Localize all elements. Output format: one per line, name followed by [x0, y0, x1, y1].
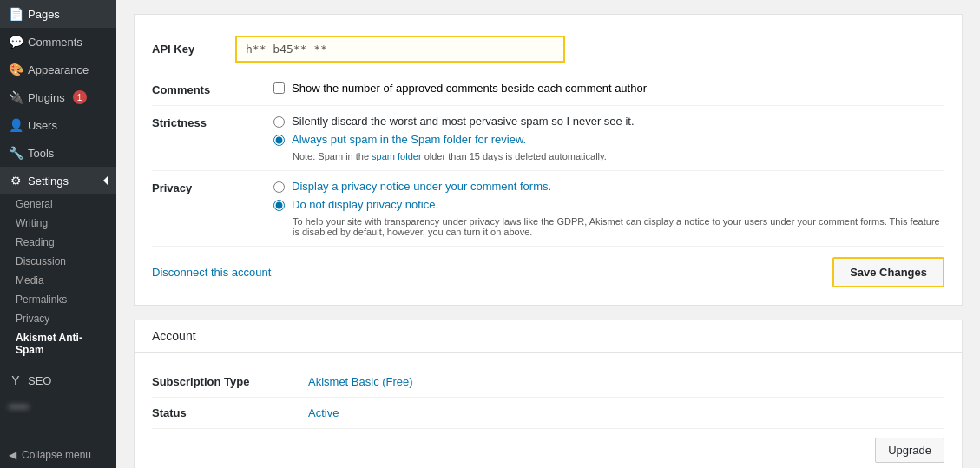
privacy-radio1[interactable]	[273, 181, 285, 193]
strictness-option1: Silently discard the worst and most perv…	[273, 115, 944, 128]
users-icon: 👤	[9, 118, 23, 132]
privacy-option1: Display a privacy notice under your comm…	[273, 180, 944, 193]
comments-checkbox-option: Show the number of approved comments bes…	[273, 82, 944, 95]
sidebar-sub-privacy[interactable]: Privacy	[0, 309, 116, 328]
privacy-sub-note: To help your site with transparency unde…	[293, 216, 944, 237]
seo-icon: Y	[9, 373, 23, 387]
main-content: API Key Comments Show the number of appr…	[116, 0, 980, 468]
comments-icon: 💬	[9, 35, 23, 49]
strictness-row: Strictness Silently discard the worst an…	[152, 106, 944, 171]
privacy-option2: Do not display privacy notice.	[273, 198, 944, 211]
privacy-label: Privacy	[152, 180, 273, 194]
status-row: Status Active	[152, 398, 944, 429]
settings-icon: ⚙	[9, 174, 23, 188]
sidebar-sub-akismet[interactable]: Akismet Anti-Spam	[0, 328, 116, 359]
sidebar-item-tools[interactable]: 🔧 Tools	[0, 139, 116, 167]
comments-content: Show the number of approved comments bes…	[273, 82, 944, 95]
collapse-menu-button[interactable]: ◀ Collapse menu	[0, 442, 116, 468]
sidebar-item-pages[interactable]: 📄 Pages	[0, 0, 116, 28]
sidebar-blurred[interactable]: ••••••	[0, 394, 116, 419]
privacy-radio2[interactable]	[273, 200, 285, 211]
strictness-label1: Silently discard the worst and most perv…	[292, 115, 635, 128]
plugins-icon: 🔌	[9, 90, 23, 104]
sidebar-sub-general[interactable]: General	[0, 194, 116, 214]
strictness-radio2[interactable]	[273, 135, 285, 146]
subscription-value: Akismet Basic (Free)	[308, 375, 413, 388]
subscription-row: Subscription Type Akismet Basic (Free)	[152, 366, 944, 398]
save-changes-button[interactable]: Save Changes	[832, 257, 944, 287]
status-value: Active	[308, 406, 339, 419]
comments-checkbox[interactable]	[273, 82, 285, 94]
sidebar-item-settings[interactable]: ⚙ Settings	[0, 167, 116, 194]
privacy-row: Privacy Display a privacy notice under y…	[152, 171, 944, 247]
sidebar-sub-discussion[interactable]: Discussion	[0, 252, 116, 271]
account-card: Account Subscription Type Akismet Basic …	[134, 320, 963, 468]
sidebar-seo[interactable]: Y SEO	[0, 366, 116, 394]
disconnect-link[interactable]: Disconnect this account	[152, 266, 271, 279]
settings-card: API Key Comments Show the number of appr…	[134, 14, 963, 306]
sidebar-item-users[interactable]: 👤 Users	[0, 111, 116, 139]
privacy-content: Display a privacy notice under your comm…	[273, 180, 944, 237]
settings-arrow-icon	[103, 176, 108, 185]
blurred-item: ••••••	[9, 401, 29, 412]
sidebar-sub-permalinks[interactable]: Permalinks	[0, 290, 116, 309]
strictness-content: Silently discard the worst and most perv…	[273, 115, 944, 161]
privacy-label1: Display a privacy notice under your comm…	[292, 180, 551, 193]
strictness-note: Note: Spam in the spam folder older than…	[293, 151, 944, 161]
api-key-input[interactable]	[235, 36, 565, 63]
strictness-option2: Always put spam in the Spam folder for r…	[273, 133, 944, 146]
tools-icon: 🔧	[9, 146, 23, 160]
subscription-label: Subscription Type	[152, 375, 308, 388]
upgrade-row: Upgrade	[152, 429, 944, 466]
pages-icon: 📄	[9, 7, 23, 21]
account-title: Account	[135, 320, 962, 353]
collapse-icon: ◀	[9, 449, 16, 461]
comments-row: Comments Show the number of approved com…	[152, 73, 944, 106]
plugins-badge: 1	[73, 90, 87, 104]
privacy-label2: Do not display privacy notice.	[292, 198, 438, 211]
sidebar-sub-media[interactable]: Media	[0, 271, 116, 290]
save-row: Disconnect this account Save Changes	[152, 247, 944, 291]
api-key-label: API Key	[152, 43, 221, 56]
sidebar-sub-reading[interactable]: Reading	[0, 233, 116, 252]
sidebar-item-plugins[interactable]: 🔌 Plugins 1	[0, 83, 116, 111]
upgrade-button[interactable]: Upgrade	[875, 438, 944, 463]
spam-folder-link[interactable]: spam folder	[372, 151, 421, 161]
strictness-radio1[interactable]	[273, 116, 285, 128]
api-key-row: API Key	[152, 29, 944, 73]
comments-checkbox-label: Show the number of approved comments bes…	[292, 82, 647, 95]
strictness-label: Strictness	[152, 115, 273, 129]
sidebar: 📄 Pages 💬 Comments 🎨 Appearance 🔌 Plugin…	[0, 0, 116, 468]
sidebar-sub-writing[interactable]: Writing	[0, 214, 116, 233]
status-label: Status	[152, 406, 308, 419]
sidebar-item-comments[interactable]: 💬 Comments	[0, 28, 116, 56]
strictness-label2: Always put spam in the Spam folder for r…	[292, 133, 526, 146]
appearance-icon: 🎨	[9, 63, 23, 76]
sidebar-item-appearance[interactable]: 🎨 Appearance	[0, 56, 116, 83]
comments-label: Comments	[152, 82, 273, 96]
